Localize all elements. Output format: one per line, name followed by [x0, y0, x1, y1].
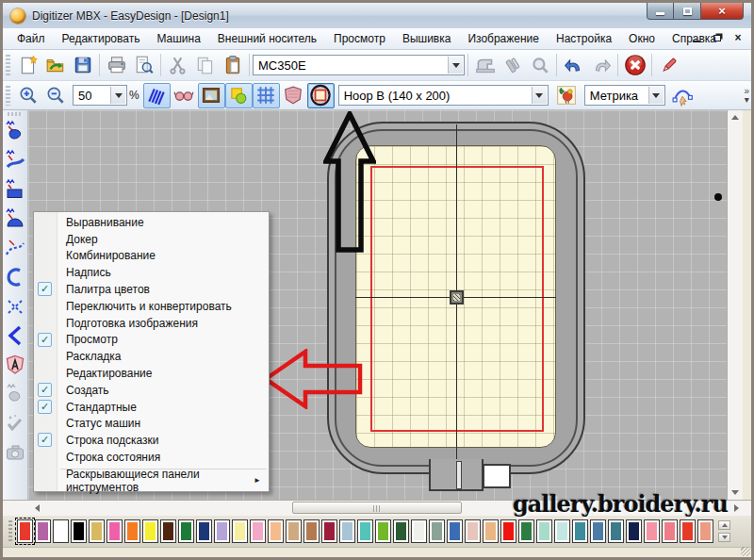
resize-grip[interactable]	[741, 547, 750, 556]
toolbar-grip[interactable]	[8, 112, 23, 116]
angle-tool[interactable]	[4, 323, 27, 348]
maximize-button[interactable]	[674, 3, 700, 20]
stitch-machine-button[interactable]	[471, 53, 499, 78]
open-curve-tool[interactable]	[4, 236, 27, 260]
mdi-restore-button[interactable]	[710, 31, 725, 44]
show-picture-toggle[interactable]	[198, 83, 225, 108]
machine-model-combo[interactable]: MC350E	[253, 55, 465, 75]
mdi-close-button[interactable]: ×	[730, 31, 746, 44]
palette-swatch[interactable]	[483, 519, 499, 543]
horizontal-scroll-thumb[interactable]	[292, 502, 462, 514]
write-to-machine-button[interactable]	[499, 53, 526, 78]
toolbar-grip[interactable]	[6, 86, 10, 106]
menu-item[interactable]: Машина	[148, 29, 208, 48]
zoom-level-combo[interactable]: 50	[73, 85, 127, 106]
toolbar-grip[interactable]	[6, 55, 10, 75]
menu-item[interactable]: Редактировать	[54, 29, 149, 48]
palette-swatch[interactable]	[196, 519, 212, 543]
show-stitches-toggle[interactable]	[143, 83, 171, 108]
context-menu-item[interactable]: ✓ Комбинирование	[34, 248, 269, 265]
palette-swatch[interactable]	[89, 519, 105, 543]
palette-scroll-up-button[interactable]	[718, 520, 730, 530]
palette-swatch[interactable]	[142, 519, 158, 543]
undo-button[interactable]	[560, 53, 587, 78]
digitize-closed-shape-tool[interactable]	[4, 119, 27, 143]
palette-swatch[interactable]	[644, 519, 660, 543]
digitize-area-tool[interactable]	[4, 206, 27, 231]
palette-swatch[interactable]	[250, 519, 266, 543]
palette-swatch[interactable]	[608, 519, 624, 543]
palette-swatch[interactable]	[160, 519, 176, 543]
context-menu-item[interactable]: ✓ Подготовка изображения	[34, 315, 269, 332]
zoom-combo-dropdown[interactable]	[110, 87, 125, 104]
palette-swatch[interactable]	[35, 519, 51, 543]
lettering-tool[interactable]	[4, 353, 27, 377]
digitize-block-tool[interactable]	[4, 177, 27, 202]
design-pen-button[interactable]	[655, 53, 682, 78]
copy-button[interactable]	[191, 53, 219, 78]
palette-swatch[interactable]	[500, 519, 516, 543]
palette-swatch[interactable]	[536, 519, 552, 543]
palette-swatch[interactable]	[357, 519, 373, 543]
print-preview-button[interactable]	[130, 53, 157, 78]
context-menu-item[interactable]: ✓ Переключить и конвертировать	[34, 298, 269, 315]
palette-swatch[interactable]	[572, 519, 588, 543]
new-design-button[interactable]	[14, 53, 41, 78]
redo-button[interactable]	[587, 53, 615, 78]
palette-swatch[interactable]	[447, 519, 463, 543]
palette-swatch[interactable]	[393, 519, 409, 543]
context-menu-item[interactable]: ✓ Редактирование	[34, 365, 269, 382]
palette-swatch[interactable]	[286, 519, 302, 543]
context-menu-item[interactable]: ✓ Просмотр	[34, 332, 269, 349]
zoom-in-button[interactable]	[14, 83, 41, 108]
menu-item[interactable]: Изображение	[459, 29, 548, 48]
show-fabric-toggle[interactable]	[280, 83, 307, 108]
palette-swatch[interactable]	[626, 519, 642, 543]
context-menu-item[interactable]: ✓ Надпись	[34, 264, 269, 281]
show-grid-toggle[interactable]	[253, 83, 280, 108]
true-view-toggle[interactable]	[171, 83, 198, 108]
save-design-button[interactable]	[69, 53, 96, 78]
scroll-right-button[interactable]	[729, 502, 744, 515]
verify-tool-disabled[interactable]	[4, 411, 27, 436]
units-combo[interactable]: Метрика	[584, 85, 665, 106]
palette-scroll-down-button[interactable]	[718, 533, 730, 542]
hoop-combo[interactable]: Hoop B (140 x 200)	[338, 85, 549, 106]
circle-tool[interactable]	[4, 265, 27, 289]
palette-swatch[interactable]	[697, 519, 713, 543]
hoop-combo-dropdown[interactable]	[532, 87, 547, 104]
palette-swatch[interactable]	[53, 519, 69, 543]
open-design-button[interactable]	[41, 53, 69, 78]
context-menu-item[interactable]: ✓ Создать	[34, 382, 269, 399]
palette-swatch[interactable]	[107, 519, 123, 543]
scroll-left-button[interactable]	[29, 502, 44, 515]
mdi-minimize-button[interactable]	[689, 31, 704, 44]
palette-swatch[interactable]	[71, 519, 87, 543]
menu-item[interactable]: Настройка	[548, 29, 620, 48]
menu-item[interactable]: Файл	[8, 29, 54, 48]
cut-button[interactable]	[164, 53, 191, 78]
palette-swatch[interactable]	[178, 519, 194, 543]
palette-swatch[interactable]	[232, 519, 248, 543]
palette-swatch[interactable]	[17, 519, 33, 543]
palette-grip[interactable]	[8, 520, 12, 543]
paste-button[interactable]	[219, 53, 246, 78]
palette-swatch[interactable]	[375, 519, 391, 543]
palette-swatch[interactable]	[321, 519, 337, 543]
zoom-out-button[interactable]	[41, 83, 69, 108]
machine-search-button[interactable]	[526, 53, 553, 78]
menu-item[interactable]: Внешний носитель	[209, 29, 325, 48]
context-menu-item-flyouts[interactable]: Раскрывающиеся панели инструментов ►	[34, 472, 269, 489]
palette-swatch[interactable]	[214, 519, 230, 543]
camera-tool-disabled[interactable]	[4, 440, 27, 465]
context-menu-item[interactable]: ✓ Статус машин	[34, 416, 269, 433]
palette-swatch[interactable]	[124, 519, 140, 543]
menu-item[interactable]: Окно	[620, 29, 664, 48]
context-menu-item[interactable]: ✓ Выравнивание	[34, 214, 269, 231]
palette-swatch[interactable]	[590, 519, 606, 543]
scroll-down-button[interactable]	[729, 486, 743, 500]
close-button[interactable]: ×	[700, 3, 744, 20]
cross-curve-tool[interactable]	[4, 294, 27, 319]
units-combo-dropdown[interactable]	[648, 87, 664, 104]
context-menu-item[interactable]: ✓ Строка состояния	[34, 449, 269, 466]
